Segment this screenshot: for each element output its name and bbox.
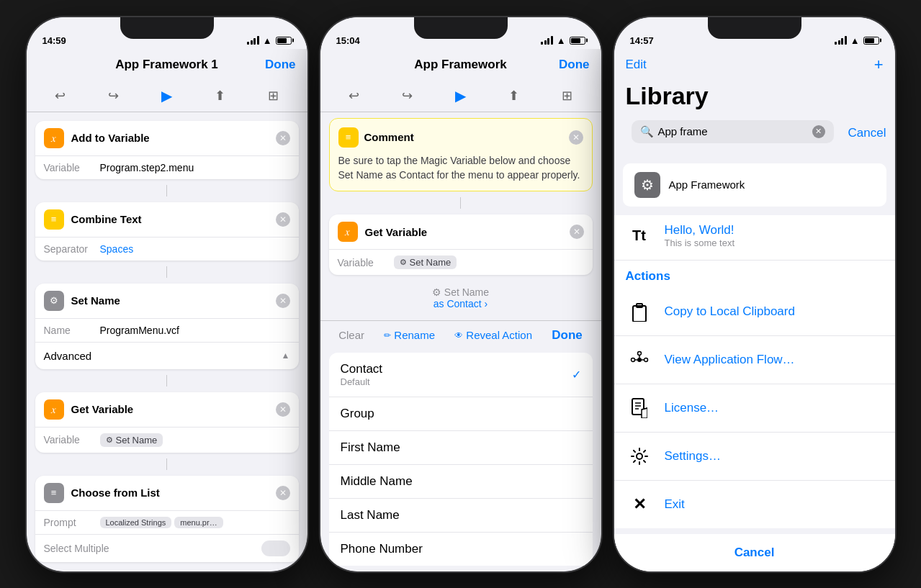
contact-list: Contact Default ✓ Group First Name Middl… (329, 353, 593, 566)
get-variable-icon-2: 𝑥 (338, 222, 358, 242)
bar3-2 (547, 38, 549, 45)
divider-p2-1 (460, 197, 461, 209)
clear-label: Clear (338, 329, 364, 341)
modal-cancel-button[interactable]: Cancel (614, 528, 895, 571)
prompt-tags: Localized Strings menu.pr… (100, 517, 223, 528)
undo-icon-2[interactable]: ↩ (343, 84, 366, 107)
get-variable-title: Get Variable (71, 403, 269, 415)
license-label: License… (665, 401, 719, 415)
battery-icon-3 (863, 37, 879, 45)
menu-pr-tag[interactable]: menu.pr… (174, 517, 223, 528)
rename-button[interactable]: ✏ Rename (384, 329, 435, 341)
gear-icon-modal (626, 443, 653, 470)
choose-from-list-row: Prompt Localized Strings menu.pr… (35, 510, 299, 534)
separator-value[interactable]: Spaces (100, 243, 134, 255)
share-icon-2[interactable]: ⬆ (503, 84, 526, 107)
done-button-2[interactable]: Done (554, 58, 590, 72)
variable-label: Variable (44, 162, 94, 173)
bar4 (257, 36, 259, 45)
svg-point-4 (644, 358, 647, 361)
modal-item-license[interactable]: License… (614, 384, 895, 433)
localized-strings-tag[interactable]: Localized Strings (100, 517, 172, 528)
library-nav: Edit + (614, 49, 895, 81)
bg-result-row-1[interactable]: ⚙ App Framework (623, 163, 886, 207)
choose-from-list-close[interactable]: ✕ (276, 486, 290, 500)
redo-icon[interactable]: ↪ (102, 84, 125, 107)
time-1: 14:59 (42, 35, 66, 46)
get-variable-close[interactable]: ✕ (276, 402, 290, 417)
contact-item-firstname[interactable]: First Name (329, 431, 593, 465)
reveal-action-button[interactable]: 👁 Reveal Action (454, 329, 532, 341)
divider-2 (166, 266, 167, 278)
nav-bar-2: App Framework Done (320, 49, 601, 81)
modal-item-exit[interactable]: ✕ Exit (614, 481, 895, 528)
bar1-3 (835, 42, 837, 45)
settings-icon[interactable]: ⊞ (262, 84, 285, 107)
select-multiple-toggle[interactable] (261, 540, 290, 556)
play-icon[interactable]: ▶ (156, 84, 179, 107)
bar4-2 (551, 36, 553, 45)
modal-area: Choose an action… # 100 This is a number… (614, 215, 895, 571)
set-name-close[interactable]: ✕ (276, 294, 290, 308)
contact-item-contact[interactable]: Contact Default ✓ (329, 353, 593, 397)
comment-close[interactable]: ✕ (569, 130, 583, 145)
phones-container: 14:59 ▲ App Framework 1 (12, 3, 909, 586)
set-name-title: Set Name (71, 294, 269, 307)
comment-title: Comment (364, 131, 414, 143)
contact-item-group[interactable]: Group (329, 397, 593, 431)
add-to-variable-close[interactable]: ✕ (276, 131, 290, 145)
spacer (27, 568, 307, 571)
set-name-card: ⚙ Set Name ✕ Name ProgramMenu.vcf Advanc… (35, 284, 299, 369)
nav-title-1: App Framework 1 (74, 58, 260, 72)
library-search-bar[interactable]: 🔍 App frame ✕ (632, 120, 834, 143)
rename-label: Rename (394, 329, 435, 341)
magic-var-1[interactable]: ⚙ Set Name (100, 433, 163, 447)
middlename-label: Middle Name (341, 474, 413, 489)
set-name-link[interactable]: ⚙ Set Name as Contact › (320, 281, 601, 315)
search-clear-button[interactable]: ✕ (812, 125, 825, 138)
settings-icon-2[interactable]: ⊞ (556, 84, 579, 107)
modal-item-settings[interactable]: Settings… (614, 433, 895, 481)
choose-from-list-title: Choose from List (71, 487, 269, 499)
modal-item-flow[interactable]: View Application Flow… (614, 336, 895, 384)
cancel-search-button[interactable]: Cancel (848, 126, 886, 140)
magic-var-value-2: Set Name (410, 257, 451, 268)
clear-button[interactable]: Clear (338, 329, 364, 341)
combine-text-title: Combine Text (71, 213, 269, 225)
play-icon-2[interactable]: ▶ (449, 84, 472, 107)
text-label: Hello, World! (665, 223, 735, 238)
contact-item-lastname[interactable]: Last Name (329, 499, 593, 533)
combine-text-close[interactable]: ✕ (276, 212, 290, 227)
clipboard-label: Copy to Local Clipboard (665, 304, 795, 319)
bg-result-label-1: App Framework (669, 178, 745, 191)
name-value: ProgramMenu.vcf (100, 325, 290, 336)
search-row: 🔍 App frame ✕ Cancel (614, 117, 895, 155)
toolbar-done-button[interactable]: Done (552, 328, 583, 343)
choose-from-list-header: ≡ Choose from List ✕ (35, 476, 299, 510)
time-2: 15:04 (336, 35, 360, 46)
get-variable-close-2[interactable]: ✕ (570, 225, 584, 239)
notch-2 (414, 17, 508, 39)
edit-button[interactable]: Edit (626, 58, 647, 72)
magic-var-2[interactable]: ⚙ Set Name (394, 255, 457, 269)
advanced-row[interactable]: Advanced ▲ (35, 342, 299, 369)
modal-item-text[interactable]: Tt Hello, World! This is some text (614, 215, 895, 261)
contact-sub: Default (341, 376, 383, 387)
undo-icon[interactable]: ↩ (49, 84, 72, 107)
done-button-1[interactable]: Done (260, 58, 296, 72)
contact-item-middlename[interactable]: Middle Name (329, 465, 593, 499)
contact-item-phonenumber[interactable]: Phone Number (329, 533, 593, 566)
bar2-2 (544, 40, 547, 45)
comment-icon: ≡ (338, 127, 359, 148)
modal-item-clipboard[interactable]: Copy to Local Clipboard (614, 288, 895, 336)
plus-button[interactable]: + (874, 55, 884, 74)
status-icons-3: ▲ (835, 35, 879, 46)
text-sub: This is some text (665, 238, 735, 248)
status-icons-1: ▲ (247, 35, 291, 46)
combine-text-row: Separator Spaces (35, 237, 299, 261)
share-icon[interactable]: ⬆ (209, 84, 232, 107)
redo-icon-2[interactable]: ↪ (396, 84, 419, 107)
content-1: 𝑥 Add to Variable ✕ Variable Program.ste… (27, 112, 307, 571)
eye-icon: 👁 (454, 330, 463, 340)
choose-from-list-icon: ≡ (44, 483, 64, 503)
